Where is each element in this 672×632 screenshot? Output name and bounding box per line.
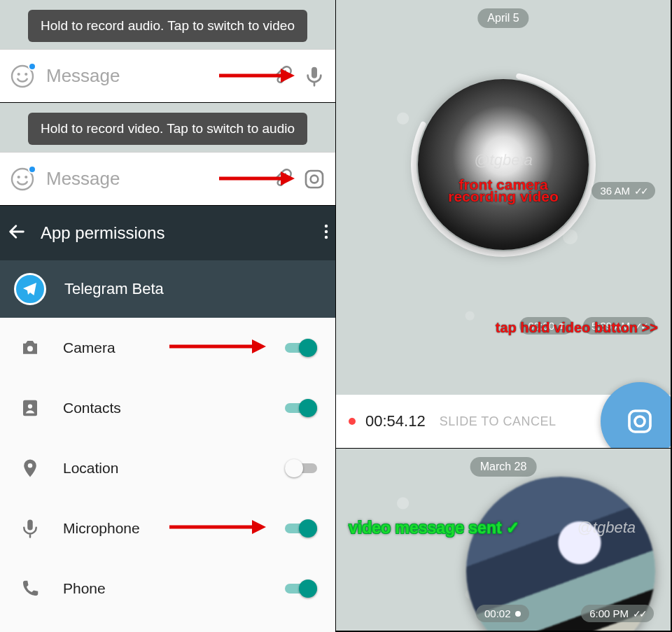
permission-label: Contacts	[63, 400, 264, 416]
permission-row-microphone[interactable]: Microphone	[0, 498, 335, 559]
svg-rect-12	[306, 171, 323, 188]
slide-to-cancel[interactable]: SLIDE TO CANCEL	[440, 414, 556, 429]
arrow-annotation	[218, 67, 295, 84]
permission-toggle[interactable]	[285, 459, 317, 477]
recording-elapsed: 00:54.12	[365, 412, 426, 430]
video-preview-circle: @tgbeta front camera recording video	[405, 66, 601, 262]
video-toast: Hold to record video. Tap to switch to a…	[28, 113, 307, 145]
permission-row-phone[interactable]: Phone	[0, 559, 335, 619]
svg-marker-15	[281, 171, 295, 185]
svg-rect-25	[27, 520, 33, 531]
camera-icon	[18, 337, 42, 358]
message-time: 6:00 PM✓✓	[581, 605, 654, 622]
toolbar-title: App permissions	[41, 223, 310, 243]
phone-icon	[18, 578, 42, 599]
sent-annotation: video message sent ✓	[349, 519, 519, 538]
arrow-annotation	[168, 339, 266, 357]
svg-point-16	[325, 225, 328, 227]
permission-toggle[interactable]	[285, 399, 317, 417]
svg-marker-21	[252, 339, 266, 353]
svg-point-18	[325, 236, 328, 239]
app-permissions-panel: App permissions Telegram Beta CameraCont…	[0, 206, 335, 632]
sticker-update-dot	[28, 165, 36, 174]
caption-line2: recording video	[448, 188, 559, 205]
arrow-annotation	[218, 170, 295, 187]
permission-toggle[interactable]	[285, 580, 317, 598]
video-camera-icon[interactable]	[303, 168, 326, 190]
svg-point-11	[24, 175, 27, 178]
audio-toast: Hold to record audio. Tap to switch to v…	[28, 10, 307, 42]
permission-row-sms[interactable]: SMS	[0, 619, 335, 632]
permission-row-camera[interactable]: Camera	[0, 318, 335, 378]
watermark: @tgbeta	[578, 519, 636, 537]
more-icon[interactable]	[324, 223, 328, 243]
emoji-icon[interactable]	[10, 167, 35, 192]
svg-point-2	[24, 72, 27, 75]
svg-point-8	[635, 416, 645, 426]
svg-point-17	[325, 230, 328, 233]
app-header: Telegram Beta	[0, 260, 335, 318]
permission-row-contacts[interactable]: Contacts	[0, 378, 335, 438]
contacts-icon	[18, 398, 42, 419]
permission-label: Phone	[63, 580, 264, 597]
back-icon[interactable]	[7, 222, 27, 244]
permissions-list: CameraContactsLocationMicrophonePhoneSMS	[0, 318, 335, 632]
recording-dot-icon	[349, 418, 356, 425]
app-name: Telegram Beta	[64, 280, 164, 298]
watermark: @tgbeta	[474, 151, 533, 169]
chat-area: April 5 @tgbeta front camera recording v…	[336, 0, 671, 395]
permissions-toolbar: App permissions	[0, 206, 335, 260]
recording-panel: April 5 @tgbeta front camera recording v…	[336, 0, 671, 448]
audio-mode-panel: Hold to record audio. Tap to switch to v…	[0, 0, 335, 102]
video-mode-panel: Hold to record video. Tap to switch to a…	[0, 103, 335, 205]
telegram-icon	[14, 273, 46, 305]
permission-toggle[interactable]	[285, 519, 317, 538]
arrow-annotation	[168, 519, 266, 538]
svg-point-1	[18, 72, 20, 75]
date-pill: March 28	[470, 457, 537, 477]
hint-annotation: tap hold video button >>	[496, 320, 658, 336]
permission-label: Location	[63, 460, 264, 477]
svg-rect-7	[629, 411, 650, 432]
svg-marker-27	[252, 520, 266, 534]
permission-toggle[interactable]	[285, 339, 317, 357]
svg-point-13	[311, 175, 318, 183]
location-icon	[18, 458, 42, 479]
message-duration: 00:02	[476, 605, 529, 622]
svg-rect-3	[312, 66, 317, 78]
sent-panel: March 28 video message sent ✓ @tgbeta 00…	[336, 449, 671, 631]
sticker-update-dot	[28, 62, 36, 71]
permission-row-location[interactable]: Location	[0, 438, 335, 498]
svg-point-24	[28, 463, 33, 468]
svg-point-19	[27, 346, 33, 351]
microphone-icon[interactable]	[303, 65, 326, 87]
recording-bar: 00:54.12 SLIDE TO CANCEL	[336, 395, 671, 448]
svg-point-23	[28, 404, 32, 408]
date-pill: April 5	[477, 8, 528, 28]
svg-marker-5	[281, 69, 295, 83]
svg-point-10	[18, 175, 20, 178]
message-time: 36 AM✓✓	[592, 182, 655, 199]
emoji-icon[interactable]	[10, 64, 35, 89]
microphone-icon	[18, 518, 42, 539]
